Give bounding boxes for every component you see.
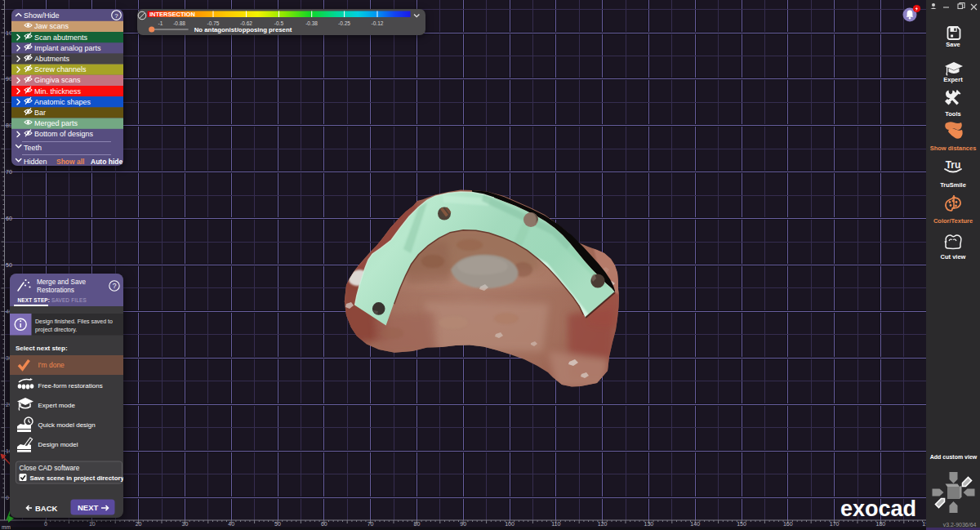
svg-text:140: 140 [690,521,700,527]
svg-text:Bottom of designs: Bottom of designs [34,130,94,138]
svg-text:Screw channels: Screw channels [34,65,87,73]
svg-text:150: 150 [737,521,746,527]
svg-text:Jaw scans: Jaw scans [34,22,69,30]
svg-text:v3.2-9036/64: v3.2-9036/64 [943,522,977,528]
svg-text:Cut view: Cut view [941,253,966,261]
svg-text:Close CAD software: Close CAD software [19,465,79,472]
svg-text:Show all: Show all [56,158,84,166]
svg-text:Anatomic shapes: Anatomic shapes [34,98,91,106]
svg-text:-0.62: -0.62 [240,20,252,26]
svg-text:Save scene in project director: Save scene in project directory [29,474,123,482]
svg-text:?: ? [112,282,116,290]
svg-text:50: 50 [274,521,281,527]
svg-text:70: 70 [368,521,374,527]
svg-text:80: 80 [414,521,421,527]
svg-text:Design model: Design model [38,441,78,448]
svg-text:170: 170 [830,521,840,527]
svg-text:10: 10 [89,521,96,527]
svg-text:project directory.: project directory. [35,327,77,333]
svg-text:Show/Hide: Show/Hide [24,11,60,20]
svg-text:Min. thickness: Min. thickness [34,87,82,96]
svg-text:-1: -1 [158,20,163,26]
svg-text:Implant analog parts: Implant analog parts [34,44,101,52]
svg-text:Scan abutments: Scan abutments [34,33,88,42]
svg-text:60: 60 [321,521,327,527]
svg-text:Abutments: Abutments [34,55,70,63]
svg-text:Merged parts: Merged parts [34,119,78,127]
svg-text:NEXT: NEXT [78,503,99,512]
svg-text:0: 0 [6,495,9,501]
svg-text:BACK: BACK [35,504,58,513]
svg-text:130: 130 [644,521,654,527]
svg-text:Quick model design: Quick model design [38,421,95,429]
svg-text:-0.38: -0.38 [305,20,318,26]
svg-text:110: 110 [551,521,560,527]
svg-text:Teeth: Teeth [24,144,42,152]
svg-text:-0.5: -0.5 [274,20,284,26]
svg-text:No antagonist/opposing present: No antagonist/opposing present [194,26,292,33]
svg-text:Save: Save [946,41,960,48]
svg-text:Tools: Tools [945,110,960,118]
svg-text:Gingiva scans: Gingiva scans [34,76,81,84]
svg-text:?: ? [114,12,118,20]
svg-text:-0.12: -0.12 [372,20,384,26]
svg-text:Restorations: Restorations [37,287,74,294]
svg-text:-0.75: -0.75 [207,20,220,26]
svg-text:Bar: Bar [34,109,46,117]
svg-text:60: 60 [6,216,12,221]
svg-text:-0.25: -0.25 [338,20,350,26]
svg-text:50: 50 [6,262,12,268]
svg-text:Tru: Tru [946,159,961,171]
svg-text:Free-form restorations: Free-form restorations [38,382,102,390]
svg-text:Merge and Save: Merge and Save [37,278,87,286]
svg-text:Select next step:: Select next step: [16,345,68,352]
svg-text:90: 90 [460,521,466,527]
svg-text:160: 160 [783,521,793,527]
svg-text:Add custom view: Add custom view [930,454,978,460]
svg-text:NEXT STEP:: NEXT STEP: [17,297,50,303]
svg-text:Design finished. Files saved t: Design finished. Files saved to [35,318,113,325]
svg-text:20: 20 [136,521,142,527]
svg-text:180: 180 [876,521,886,527]
svg-text:30: 30 [182,521,189,527]
svg-text:Auto hide: Auto hide [91,158,122,166]
svg-text:SAVED FILES: SAVED FILES [51,297,87,303]
svg-text:I'm done: I'm done [38,361,65,369]
svg-text:Expert: Expert [943,76,963,83]
svg-text:40: 40 [228,521,234,527]
svg-text:Hidden: Hidden [24,158,47,166]
svg-text:mm: mm [2,524,11,530]
svg-text:Color/Texture: Color/Texture [933,217,973,225]
svg-text:Expert mode: Expert mode [38,402,75,409]
svg-text:INTERSECTION: INTERSECTION [149,11,195,18]
svg-text:70: 70 [6,169,12,175]
svg-text:-0.88: -0.88 [173,20,185,26]
svg-text:100: 100 [505,521,514,527]
svg-text:120: 120 [598,521,608,527]
svg-text:0: 0 [44,521,47,527]
svg-text:Show distances: Show distances [930,145,977,152]
svg-text:TruSmile: TruSmile [940,181,966,189]
